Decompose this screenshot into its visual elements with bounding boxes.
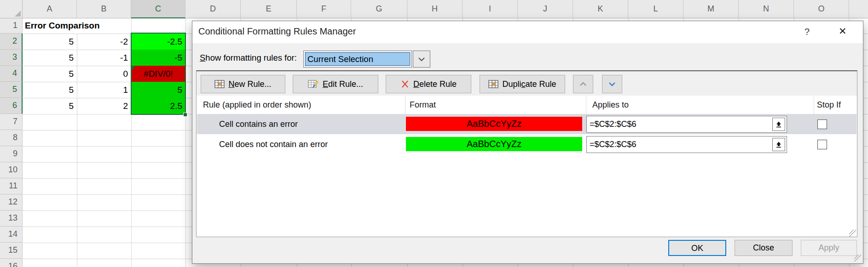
row-header-7[interactable]: 7 [0, 114, 23, 130]
rule-row[interactable]: Cell does not contain an errorAaBbCcYyZz… [197, 134, 856, 154]
delete-rule-label: Delete Rule [413, 80, 457, 89]
col-header-G[interactable]: G [351, 0, 407, 18]
new-rule-label: New Rule... [228, 80, 271, 89]
row-header-5[interactable]: 5 [0, 82, 23, 98]
screen: ABCDEFGHIJKLMNO12345678910111213141516Er… [0, 0, 868, 267]
col-header-K[interactable]: K [573, 0, 628, 18]
show-rules-dropdown-value[interactable]: Current Selection [305, 52, 411, 66]
col-header-edge [849, 0, 868, 18]
applies-to-input[interactable]: =$C$2:$C$6 [586, 116, 787, 133]
cell-C3[interactable]: -5 [131, 50, 185, 66]
gridline [185, 18, 186, 267]
cell-B6[interactable]: 2 [77, 98, 131, 114]
col-header-E[interactable]: E [241, 0, 297, 18]
red-x-icon [400, 80, 410, 89]
stop-if-true-checkbox[interactable] [817, 140, 827, 149]
col-header-A[interactable]: A [23, 0, 77, 18]
dialog-title: Conditional Formatting Rules Manager [198, 26, 356, 37]
edit-rule-button[interactable]: Edit Rule... [293, 75, 378, 93]
cell-A4[interactable]: 5 [23, 66, 77, 82]
header-divider [405, 96, 405, 114]
cell-A5[interactable]: 5 [23, 82, 77, 98]
dropdown-chevron-button[interactable] [413, 51, 430, 68]
fill-handle[interactable] [183, 113, 187, 117]
ok-button[interactable]: OK [668, 240, 726, 256]
row-header-14[interactable]: 14 [0, 227, 23, 243]
table-pencil-icon [308, 80, 319, 89]
collapse-dialog-button[interactable] [772, 118, 785, 131]
row-header-4[interactable]: 4 [0, 66, 23, 82]
col-header-H[interactable]: H [407, 0, 463, 18]
col-header-B[interactable]: B [77, 0, 131, 18]
col-header-F[interactable]: F [297, 0, 351, 18]
duplicate-rule-button[interactable]: Duplicate Rule [480, 75, 565, 93]
list-header-format: Format [410, 96, 436, 114]
table-grid-icon [214, 80, 225, 89]
list-header-stop-if-true: Stop If True [817, 96, 857, 114]
col-header-L[interactable]: L [628, 0, 683, 18]
row-header-13[interactable]: 13 [0, 210, 23, 227]
cell-B5[interactable]: 1 [77, 82, 131, 98]
table-grid-icon [488, 80, 498, 89]
cell-B2[interactable]: -2 [77, 34, 131, 50]
col-header-C[interactable]: C [131, 0, 185, 18]
cell-C6[interactable]: 2.5 [131, 98, 185, 114]
col-header-I[interactable]: I [463, 0, 518, 18]
cell-C5[interactable]: 5 [131, 82, 185, 98]
select-all-triangle [15, 11, 21, 17]
header-divider [586, 96, 586, 114]
row-header-1[interactable]: 1 [0, 18, 23, 34]
applies-to-input[interactable]: =$C$2:$C$6 [586, 136, 787, 153]
delete-rule-button[interactable]: Delete Rule [386, 75, 471, 93]
rule-name: Cell contains an error [219, 114, 298, 134]
chevron-down-icon [607, 80, 618, 88]
cell-B3[interactable]: -1 [77, 50, 131, 66]
edit-rule-label: Edit Rule... [323, 80, 363, 89]
header-divider [814, 96, 814, 114]
rule-name: Cell does not contain an error [219, 134, 328, 154]
cell-A3[interactable]: 5 [23, 50, 77, 66]
collapse-dialog-button[interactable] [772, 138, 785, 151]
cell-A1[interactable]: Error Comparison [23, 18, 131, 34]
row-header-3[interactable]: 3 [0, 50, 23, 66]
col-header-M[interactable]: M [683, 0, 739, 18]
move-rule-down-button[interactable] [602, 75, 622, 93]
row-header-6[interactable]: 6 [0, 98, 23, 114]
cell-B4[interactable]: 0 [77, 66, 131, 82]
cell-A2[interactable]: 5 [23, 34, 77, 50]
applies-to-value[interactable]: =$C$2:$C$6 [587, 119, 772, 129]
dialog-titlebar[interactable]: Conditional Formatting Rules Manager ? ✕ [192, 21, 863, 43]
col-header-N[interactable]: N [739, 0, 794, 18]
row-header-2[interactable]: 2 [0, 34, 23, 50]
col-header-D[interactable]: D [185, 0, 241, 18]
apply-button[interactable]: Apply [801, 240, 857, 256]
dialog-resize-grip[interactable] [854, 255, 861, 261]
row-header-16[interactable]: 16 [0, 259, 23, 267]
row-header-11[interactable]: 11 [0, 178, 23, 194]
range-select-arrow-icon [775, 121, 782, 128]
close-icon[interactable]: ✕ [839, 26, 847, 37]
row-header-9[interactable]: 9 [0, 146, 23, 162]
rules-list-container: New Rule... Edit Rule... Delete Rule [196, 70, 857, 237]
list-resize-grip[interactable] [849, 230, 856, 237]
col-header-O[interactable]: O [794, 0, 849, 18]
close-button[interactable]: Close [735, 240, 793, 256]
move-rule-up-button[interactable] [573, 75, 593, 93]
applies-to-value[interactable]: =$C$2:$C$6 [587, 140, 772, 149]
cell-C4[interactable]: #DIV/0! [131, 66, 185, 82]
row-header-10[interactable]: 10 [0, 162, 23, 178]
row-header-8[interactable]: 8 [0, 130, 23, 146]
select-all-corner[interactable] [0, 0, 23, 18]
stop-if-true-checkbox[interactable] [817, 119, 827, 129]
new-rule-button[interactable]: New Rule... [201, 75, 285, 93]
list-header-rule: Rule (applied in order shown) [203, 96, 311, 114]
show-rules-dropdown[interactable]: Current Selection [303, 51, 412, 68]
row-header-12[interactable]: 12 [0, 194, 23, 210]
rule-row[interactable]: Cell contains an errorAaBbCcYyZz=$C$2:$C… [197, 114, 856, 134]
help-icon[interactable]: ? [804, 27, 810, 37]
cell-C2[interactable]: -2.5 [131, 34, 185, 50]
col-header-J[interactable]: J [518, 0, 573, 18]
cell-A6[interactable]: 5 [23, 98, 77, 114]
row-header-15[interactable]: 15 [0, 243, 23, 259]
format-preview-swatch: AaBbCcYyZz [406, 117, 582, 131]
